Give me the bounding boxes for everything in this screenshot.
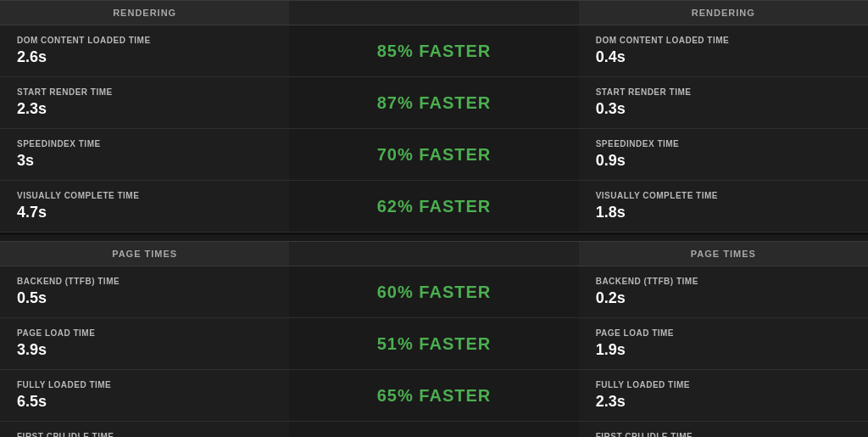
right-metric-label: FIRST CPU IDLE TIME: [596, 432, 851, 437]
left-metric-value: 0.5s: [17, 289, 272, 307]
left-metric-value: 2.6s: [17, 48, 272, 66]
page-times-rows: BACKEND (TTFB) TIME 0.5s 60% FASTER BACK…: [0, 266, 868, 437]
rendering-middle-header: [289, 0, 578, 25]
page-times-middle-header: [289, 241, 578, 266]
right-metric-label: DOM CONTENT LOADED TIME: [596, 36, 851, 45]
data-row: START RENDER TIME 2.3s 87% FASTER START …: [0, 77, 868, 129]
left-cell: VISUALLY COMPLETE TIME 4.7s: [0, 181, 289, 232]
right-cell: FULLY LOADED TIME 2.3s: [579, 370, 868, 421]
right-metric-label: SPEEDINDEX TIME: [596, 139, 851, 148]
data-row: DOM CONTENT LOADED TIME 2.6s 85% FASTER …: [0, 25, 868, 77]
left-metric-value: 3.9s: [17, 341, 272, 359]
data-row: SPEEDINDEX TIME 3s 70% FASTER SPEEDINDEX…: [0, 129, 868, 181]
faster-badge: 87% FASTER: [377, 93, 491, 113]
left-metric-label: VISUALLY COMPLETE TIME: [17, 191, 272, 200]
right-metric-value: 1.8s: [596, 204, 851, 221]
right-metric-value: 1.9s: [596, 341, 851, 359]
middle-cell: 85% FASTER: [289, 25, 578, 76]
page-times-header-row: PAGE TIMES PAGE TIMES: [0, 241, 868, 266]
rendering-right-header: RENDERING: [579, 0, 868, 25]
left-metric-label: PAGE LOAD TIME: [17, 328, 272, 338]
right-cell: START RENDER TIME 0.3s: [579, 77, 868, 128]
faster-badge: 62% FASTER: [377, 197, 491, 216]
faster-badge: 60% FASTER: [377, 283, 491, 302]
data-row: FIRST CPU IDLE TIME 5.92s 71% FASTER FIR…: [0, 422, 868, 437]
left-metric-label: FIRST CPU IDLE TIME: [17, 432, 272, 437]
rendering-header-row: RENDERING RENDERING: [0, 0, 868, 25]
left-metric-label: START RENDER TIME: [17, 87, 272, 97]
left-cell: FULLY LOADED TIME 6.5s: [0, 370, 289, 421]
right-metric-value: 0.2s: [596, 289, 851, 307]
left-cell: START RENDER TIME 2.3s: [0, 77, 289, 128]
left-metric-label: DOM CONTENT LOADED TIME: [17, 36, 272, 45]
left-metric-label: FULLY LOADED TIME: [17, 380, 272, 389]
right-cell: SPEEDINDEX TIME 0.9s: [579, 129, 868, 180]
middle-cell: 71% FASTER: [289, 422, 578, 437]
left-cell: FIRST CPU IDLE TIME 5.92s: [0, 422, 289, 437]
middle-cell: 70% FASTER: [289, 129, 578, 180]
right-cell: DOM CONTENT LOADED TIME 0.4s: [579, 25, 868, 76]
right-metric-value: 0.3s: [596, 100, 851, 118]
right-metric-value: 2.3s: [596, 393, 851, 411]
middle-cell: 62% FASTER: [289, 181, 578, 232]
left-cell: SPEEDINDEX TIME 3s: [0, 129, 289, 180]
right-cell: PAGE LOAD TIME 1.9s: [579, 318, 868, 369]
page-times-right-header: PAGE TIMES: [579, 241, 868, 266]
rendering-left-header: RENDERING: [0, 0, 289, 25]
rendering-rows: DOM CONTENT LOADED TIME 2.6s 85% FASTER …: [0, 25, 868, 233]
left-metric-label: BACKEND (TTFB) TIME: [17, 277, 272, 286]
left-cell: PAGE LOAD TIME 3.9s: [0, 318, 289, 369]
page-times-left-header: PAGE TIMES: [0, 241, 289, 266]
right-cell: FIRST CPU IDLE TIME 1.74s: [579, 422, 868, 437]
middle-cell: 87% FASTER: [289, 77, 578, 128]
faster-badge: 65% FASTER: [377, 386, 491, 406]
middle-cell: 65% FASTER: [289, 370, 578, 421]
data-row: PAGE LOAD TIME 3.9s 51% FASTER PAGE LOAD…: [0, 318, 868, 370]
right-metric-label: PAGE LOAD TIME: [596, 328, 851, 338]
right-cell: BACKEND (TTFB) TIME 0.2s: [579, 266, 868, 317]
data-row: BACKEND (TTFB) TIME 0.5s 60% FASTER BACK…: [0, 266, 868, 318]
faster-badge: 70% FASTER: [377, 145, 491, 165]
data-row: VISUALLY COMPLETE TIME 4.7s 62% FASTER V…: [0, 181, 868, 233]
right-metric-value: 0.4s: [596, 48, 851, 66]
middle-cell: 60% FASTER: [289, 266, 578, 317]
faster-badge: 51% FASTER: [377, 334, 491, 354]
middle-cell: 51% FASTER: [289, 318, 578, 369]
right-metric-label: VISUALLY COMPLETE TIME: [596, 191, 851, 200]
left-metric-value: 3s: [17, 152, 272, 170]
data-row: FULLY LOADED TIME 6.5s 65% FASTER FULLY …: [0, 370, 868, 422]
right-metric-label: BACKEND (TTFB) TIME: [596, 277, 851, 286]
right-cell: VISUALLY COMPLETE TIME 1.8s: [579, 181, 868, 232]
left-cell: BACKEND (TTFB) TIME 0.5s: [0, 266, 289, 317]
left-metric-value: 2.3s: [17, 100, 272, 118]
left-metric-value: 6.5s: [17, 393, 272, 411]
faster-badge: 85% FASTER: [377, 42, 491, 61]
right-metric-label: FULLY LOADED TIME: [596, 380, 851, 389]
left-metric-label: SPEEDINDEX TIME: [17, 139, 272, 148]
left-cell: DOM CONTENT LOADED TIME 2.6s: [0, 25, 289, 76]
left-metric-value: 4.7s: [17, 204, 272, 221]
right-metric-label: START RENDER TIME: [596, 87, 851, 97]
right-metric-value: 0.9s: [596, 152, 851, 170]
